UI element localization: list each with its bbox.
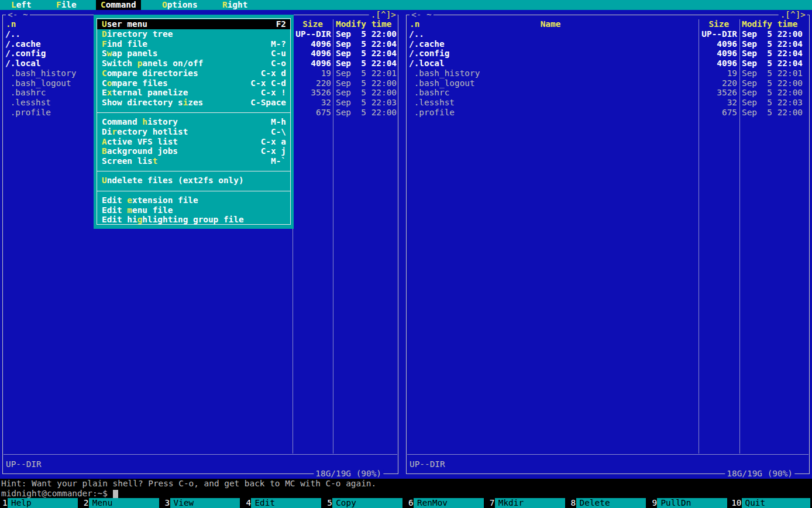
file-size: 4096: [717, 59, 737, 68]
fkey-number: 2: [81, 498, 89, 508]
menu-item-find-file[interactable]: Find fileM-?: [97, 39, 290, 49]
left-panel-header-size[interactable]: Size: [302, 19, 323, 29]
menu-item-label: Find file: [102, 39, 147, 49]
menu-item-user-menu[interactable]: User menuF2: [97, 19, 290, 29]
fkey-7-mkdir[interactable]: 7Mkdir: [487, 498, 569, 508]
right-panel-panel-buttons[interactable]: .[^]>: [779, 10, 807, 20]
menubar-item-right[interactable]: Right: [218, 0, 252, 10]
right-panel-path[interactable]: <- ~: [410, 10, 433, 20]
file-row[interactable]: /..UP--DIRSep 5 22:00: [407, 29, 808, 39]
fkey-2-menu[interactable]: 2Menu: [81, 498, 163, 508]
fkey-1-help[interactable]: 1Help: [0, 498, 81, 508]
file-name: /.cache: [5, 39, 41, 49]
menu-item-compare-directories[interactable]: Compare directoriesC-x d: [97, 68, 290, 78]
file-name: .bash_history: [414, 68, 480, 78]
menu-group-separator: [97, 112, 291, 113]
file-name: .lesshst: [414, 98, 455, 108]
right-panel-sort-indicator[interactable]: .n: [410, 19, 419, 29]
file-row[interactable]: /.local4096Sep 5 22:04: [407, 59, 808, 68]
menu-item-directory-hotlist[interactable]: Directory hotlistC-\: [97, 127, 290, 137]
file-mtime: Sep 5 22:04: [336, 49, 397, 59]
file-mtime: Sep 5 22:00: [742, 78, 803, 88]
file-mtime: Sep 5 22:00: [742, 88, 803, 98]
file-row[interactable]: .bash_logout220Sep 5 22:00: [407, 78, 808, 88]
menu-item-command-history[interactable]: Command historyM-h: [97, 117, 290, 127]
file-row[interactable]: .bash_history19Sep 5 22:01: [407, 68, 808, 78]
menubar-item-file[interactable]: File: [51, 0, 81, 10]
menu-item-shortcut: C-x d: [256, 68, 286, 78]
fkey-label: Delete: [576, 498, 646, 508]
fkey-4-edit[interactable]: 4Edit: [243, 498, 325, 508]
hotkey-letter: C: [101, 0, 106, 9]
menu-item-background-jobs[interactable]: Background jobsC-x j: [97, 146, 290, 156]
shell-prompt-line[interactable]: midnight@commander:~$: [1, 489, 108, 499]
file-row[interactable]: /.config4096Sep 5 22:04: [407, 49, 808, 59]
menu-item-label: Compare files: [102, 78, 168, 88]
file-size: 220: [722, 78, 737, 88]
file-row[interactable]: .lesshst32Sep 5 22:03: [407, 98, 808, 108]
right-panel-header-mtime[interactable]: Modify time: [742, 19, 797, 29]
fkey-number: 10: [731, 498, 741, 508]
fkey-10-quit[interactable]: 10Quit: [731, 498, 812, 508]
menu-item-compare-files[interactable]: Compare filesC-x C-d: [97, 78, 290, 88]
menu-item-edit-extension-file[interactable]: Edit extension file: [97, 195, 290, 205]
menu-item-label: Directory tree: [102, 29, 173, 39]
menu-item-shortcut: [281, 205, 286, 215]
prompt-text: midnight@commander:~$: [1, 489, 108, 498]
left-panel-panel-buttons[interactable]: .[^]>: [369, 10, 398, 20]
file-size: 4096: [717, 49, 737, 59]
file-row[interactable]: /.cache4096Sep 5 22:04: [407, 39, 808, 49]
menu-item-shortcut: C-\: [266, 127, 286, 137]
menubar-item-options[interactable]: Options: [157, 0, 202, 10]
fkey-8-delete[interactable]: 8Delete: [569, 498, 650, 508]
fkey-5-copy[interactable]: 5Copy: [325, 498, 406, 508]
file-mtime: Sep 5 22:00: [336, 108, 397, 118]
left-panel-disk-usage: 18G/19G (90%): [314, 469, 383, 479]
function-key-bar: 1Help2Menu3View4Edit5Copy6RenMov7Mkdir8D…: [0, 498, 812, 508]
menu-item-shortcut: C-Space: [246, 98, 286, 108]
left-panel-header-mtime[interactable]: Modify time: [336, 19, 391, 29]
file-row[interactable]: .bashrc3526Sep 5 22:00: [407, 88, 808, 98]
file-mtime: Sep 5 22:03: [336, 98, 397, 108]
left-panel-path[interactable]: <- ~: [6, 10, 30, 20]
fkey-number: 9: [649, 498, 657, 508]
menu-item-directory-tree[interactable]: Directory tree: [97, 29, 290, 39]
fkey-number: 4: [243, 498, 251, 508]
right-panel-header-name[interactable]: Name: [541, 19, 561, 29]
fkey-label: Mkdir: [495, 498, 565, 508]
hotkey-letter: F: [56, 0, 61, 9]
menu-item-edit-menu-file[interactable]: Edit menu file: [97, 205, 290, 215]
fkey-3-view[interactable]: 3View: [163, 498, 244, 508]
menu-item-external-panelize[interactable]: External panelizeC-x !: [97, 88, 290, 98]
menu-item-active-vfs-list[interactable]: Active VFS listC-x a: [97, 137, 290, 147]
file-row[interactable]: .profile675Sep 5 22:00: [407, 108, 808, 118]
menu-item-edit-highlighting-group-file[interactable]: Edit highlighting group file: [97, 215, 290, 225]
file-name: .bash_history: [11, 68, 77, 78]
menu-item-shortcut: C-x !: [256, 88, 286, 98]
right-panel-header-size[interactable]: Size: [708, 19, 729, 29]
file-mtime: Sep 5 22:04: [742, 49, 803, 59]
file-name: /..: [409, 29, 424, 39]
menu-item-shortcut: C-o: [266, 59, 286, 68]
menu-item-label: External panelize: [102, 88, 188, 98]
menubar-item-left[interactable]: Left: [6, 0, 36, 10]
menu-item-show-directory-sizes[interactable]: Show directory sizesC-Space: [97, 98, 290, 108]
file-name: /.config: [5, 49, 46, 59]
menu-item-undelete-files-ext2fs-only[interactable]: Undelete files (ext2fs only): [97, 176, 290, 186]
fkey-label: RenMov: [414, 498, 484, 508]
menu-item-shortcut: C-x j: [256, 146, 286, 156]
fkey-9-pulldn[interactable]: 9PullDn: [649, 498, 731, 508]
menu-item-swap-panels[interactable]: Swap panelsC-u: [97, 49, 290, 59]
fkey-number: 1: [0, 498, 8, 508]
hotkey-letter: U: [102, 19, 107, 29]
menu-item-switch-panels-on-off[interactable]: Switch panels on/offC-o: [97, 59, 290, 68]
file-mtime: Sep 5 22:00: [742, 29, 803, 39]
menu-bar: LeftFileCommandOptionsRight: [0, 0, 812, 10]
fkey-6-renmov[interactable]: 6RenMov: [406, 498, 487, 508]
menubar-item-command[interactable]: Command: [96, 0, 141, 10]
menu-item-label: Show directory sizes: [102, 98, 203, 108]
file-size: UP--DIR: [701, 29, 737, 39]
left-panel-sort-indicator[interactable]: .n: [6, 19, 16, 29]
menu-item-screen-list[interactable]: Screen listM-`: [97, 156, 290, 166]
hotkey-letter: A: [102, 137, 107, 146]
